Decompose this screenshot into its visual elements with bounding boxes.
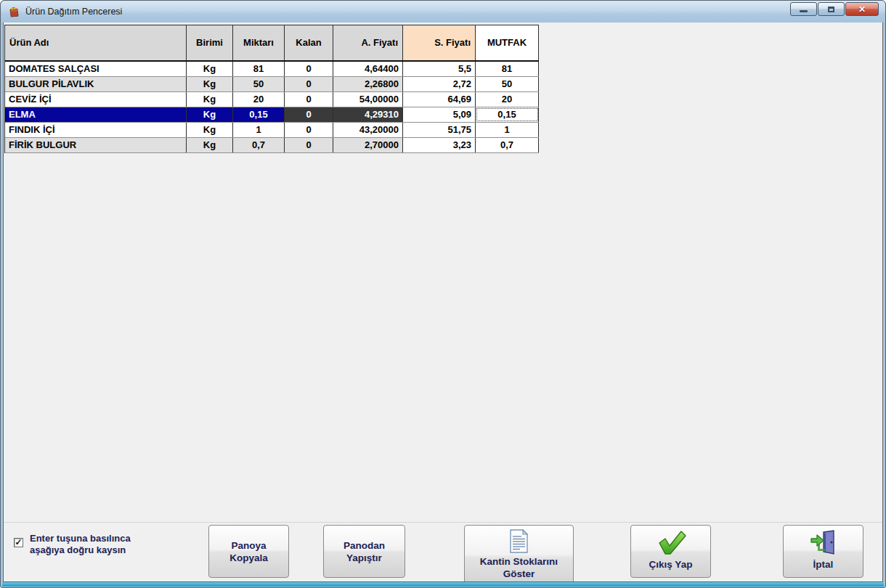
column-header: Ürün Adı <box>5 25 187 60</box>
grid-cell[interactable]: 0 <box>285 92 333 107</box>
grid-cell[interactable]: 0,7 <box>476 138 539 152</box>
grid-cell[interactable]: 4,29310 <box>333 107 403 122</box>
grid-cell[interactable]: DOMATES SALÇASI <box>5 62 187 76</box>
grid-cell[interactable]: Kg <box>187 107 233 122</box>
enter-scroll-checkbox-label[interactable]: Enter tuşuna basılınca aşağıya doğru kay… <box>30 533 131 556</box>
column-header: MUTFAK <box>476 25 539 60</box>
grid-cell[interactable]: 20 <box>233 92 285 107</box>
grid-header-row: Ürün AdıBirimiMiktarıKalanA. FiyatıS. Fi… <box>5 25 539 62</box>
exit-confirm-label: Çıkış Yap <box>649 558 693 571</box>
column-header: Miktarı <box>233 25 285 60</box>
grid-cell[interactable]: 81 <box>233 62 285 76</box>
grid-cell[interactable]: 0 <box>285 123 333 137</box>
grid-cell[interactable]: 0 <box>285 77 333 91</box>
grid-cell[interactable]: CEVİZ İÇİ <box>5 92 187 107</box>
grid-cell[interactable]: 1 <box>476 123 539 137</box>
paste-from-clipboard-label: Panodan Yapıştır <box>344 539 385 564</box>
table-row[interactable]: FINDIK İÇİKg1043,2000051,751 <box>5 123 539 138</box>
grid-cell[interactable]: 0 <box>285 62 333 76</box>
grid-cell[interactable]: 43,20000 <box>333 123 403 137</box>
grid-cell[interactable]: Kg <box>187 92 233 107</box>
show-canteen-stocks-button[interactable]: Kantin Stoklarını Göster <box>464 525 574 582</box>
column-header: Kalan <box>285 25 333 60</box>
grid-cell[interactable]: 0 <box>285 138 333 152</box>
shopping-bag-icon <box>7 5 20 18</box>
grid-cell[interactable]: BULGUR PİLAVLIK <box>5 77 187 91</box>
grid-cell[interactable]: 4,64400 <box>333 62 403 76</box>
grid-cell[interactable]: 0,7 <box>233 138 285 152</box>
exit-door-icon <box>809 530 838 558</box>
table-row[interactable]: FİRİK BULGURKg0,702,700003,230,7 <box>5 138 539 153</box>
enter-scroll-checkbox[interactable]: ✓ <box>14 538 23 547</box>
grid-cell[interactable]: 50 <box>476 77 539 91</box>
grid-cell[interactable]: 0 <box>285 107 333 122</box>
cancel-button[interactable]: İptal <box>783 525 863 578</box>
grid-cell[interactable]: Kg <box>187 123 233 137</box>
table-row[interactable]: DOMATES SALÇASIKg8104,644005,581 <box>5 62 539 77</box>
client-area: Ürün AdıBirimiMiktarıKalanA. FiyatıS. Fi… <box>3 23 883 582</box>
grid-cell[interactable]: 0,15 <box>233 107 285 122</box>
exit-confirm-button[interactable]: Çıkış Yap <box>630 525 711 578</box>
grid-cell[interactable]: ELMA <box>5 107 187 122</box>
minimize-button[interactable] <box>790 2 817 16</box>
maximize-button[interactable] <box>818 2 845 16</box>
minimize-icon <box>800 10 808 12</box>
grid-cell[interactable]: 0,15 <box>476 107 539 122</box>
table-row[interactable]: BULGUR PİLAVLIKKg5002,268002,7250 <box>5 77 539 92</box>
product-grid: Ürün AdıBirimiMiktarıKalanA. FiyatıS. Fi… <box>4 25 539 153</box>
paste-from-clipboard-button[interactable]: Panodan Yapıştır <box>323 525 405 578</box>
document-icon <box>509 529 529 555</box>
grid-cell[interactable]: Kg <box>187 77 233 91</box>
grid-cell[interactable]: 2,72 <box>403 77 476 91</box>
window-title: Ürün Dağıtım Penceresi <box>25 7 122 17</box>
table-row[interactable]: ELMAKg0,1504,293105,090,15 <box>5 107 539 123</box>
cancel-label: İptal <box>813 558 834 571</box>
grid-cell[interactable]: 5,5 <box>403 62 476 76</box>
grid-cell[interactable]: FİRİK BULGUR <box>5 138 187 152</box>
window: Ürün Dağıtım Penceresi ✕ Ürün AdıBirimiM… <box>0 0 886 588</box>
grid-cell[interactable]: 5,09 <box>403 107 476 122</box>
grid-cell[interactable]: Kg <box>187 62 233 76</box>
copy-to-clipboard-button[interactable]: Panoya Kopyala <box>208 525 289 578</box>
grid-cell[interactable]: 81 <box>476 62 539 76</box>
show-canteen-stocks-label: Kantin Stoklarını Göster <box>480 555 558 580</box>
footer-divider <box>4 522 882 523</box>
grid-cell[interactable]: 64,69 <box>403 92 476 107</box>
grid-cell[interactable]: 51,75 <box>403 123 476 137</box>
grid-cell[interactable]: 54,00000 <box>333 92 403 107</box>
grid-cell[interactable]: 1 <box>233 123 285 137</box>
column-header: A. Fiyatı <box>333 25 403 60</box>
grid-cell[interactable]: 3,23 <box>403 138 476 152</box>
column-header: Birimi <box>187 25 233 60</box>
grid-cell[interactable]: 50 <box>233 77 285 91</box>
window-bottom-frame <box>2 582 884 587</box>
close-icon: ✕ <box>858 5 866 14</box>
grid-cell[interactable]: Kg <box>187 138 233 152</box>
grid-cell[interactable]: FINDIK İÇİ <box>5 123 187 137</box>
green-check-icon <box>655 530 687 558</box>
grid-cell[interactable]: 2,70000 <box>333 138 403 152</box>
maximize-icon <box>828 7 834 12</box>
caption-buttons: ✕ <box>790 2 879 16</box>
table-row[interactable]: CEVİZ İÇİKg20054,0000064,6920 <box>5 92 539 107</box>
grid-cell[interactable]: 20 <box>476 92 539 107</box>
grid-cell[interactable]: 2,26800 <box>333 77 403 91</box>
copy-to-clipboard-label: Panoya Kopyala <box>229 539 268 564</box>
titlebar[interactable]: Ürün Dağıtım Penceresi ✕ <box>1 1 885 23</box>
close-button[interactable]: ✕ <box>845 2 879 16</box>
column-header: S. Fiyatı <box>403 25 476 60</box>
